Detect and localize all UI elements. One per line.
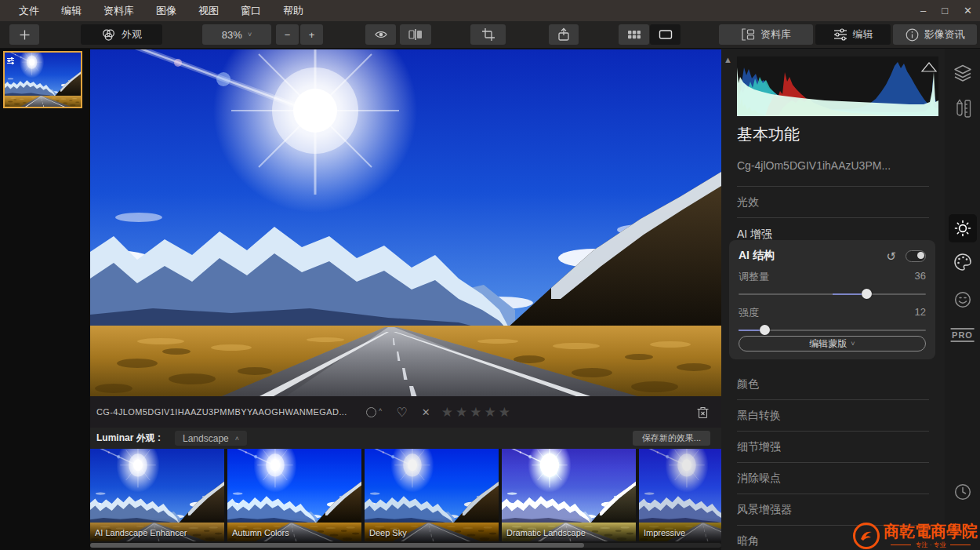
slider-knob[interactable] [760,325,770,335]
sun-icon [954,220,971,237]
star-icon[interactable]: ★ [484,406,495,419]
star-icon[interactable]: ★ [470,406,481,419]
undo-icon[interactable]: ↺ [886,250,896,262]
clear-rating-icon[interactable]: ✕ [422,406,430,418]
ai-structure-toggle[interactable] [906,250,926,262]
menu-file[interactable]: 文件 [8,0,50,21]
filmstrip-thumbnail-selected[interactable] [3,51,82,108]
edit-mask-button[interactable]: 编辑蒙版 ˅ [739,336,926,351]
zoom-level-select[interactable]: 83% ˅ [202,24,271,45]
panel-header-list: 基本功能 Cg-4jlOm5DGIV1ihAAzU3PM... 光效 AI 增强 [737,124,929,250]
quick-preview-button[interactable] [365,24,396,45]
info-tab-button[interactable]: 影像资讯 [893,24,977,45]
color-label-control[interactable]: ˄ [366,407,383,417]
amount-slider[interactable] [739,289,926,299]
mountain-road-photo [90,49,721,396]
ai-structure-header: AI 结构 ↺ [729,240,935,263]
collapse-panel-icon[interactable]: ▲ [724,55,732,64]
looks-category-value: Landscape [183,433,229,444]
pro-tab[interactable]: PRO [950,328,975,342]
star-icon[interactable]: ★ [441,406,453,419]
decorative-line [891,545,911,545]
looks-panel-button[interactable]: 外观 [81,24,162,45]
histogram-graph [737,56,938,116]
info-icon [906,28,919,42]
histogram[interactable] [737,56,938,116]
window-controls: – □ ✕ [920,0,972,21]
preset-label: Dramatic Landscape [506,528,586,537]
preset-filmstrip: AI Landscape Enhancer Autumn Colors Deep… [90,449,721,541]
minus-icon: − [285,29,291,41]
add-image-button[interactable] [9,24,39,45]
essentials-tab-active[interactable] [949,214,977,242]
tool-rail: PRO [945,49,980,550]
preset-label: Deep Sky [369,528,407,537]
image-info-bar: CG-4JLOM5DGIV1IHAAZU3PMMBYYAAOGHWANMEGAD… [90,396,721,428]
preset-deep-sky[interactable]: Deep Sky [365,449,499,541]
section-detail-enhance[interactable]: 细节增强 [737,432,929,463]
looks-category-dropdown[interactable]: Landscape ˄ [175,431,247,446]
ai-structure-card: AI 结构 ↺ 调整量 36 强度 12 [729,240,935,359]
edit-tools-icon[interactable] [954,99,971,122]
share-export-button[interactable] [549,24,579,45]
library-icon [741,27,755,42]
layers-icon[interactable] [953,64,972,86]
chevron-up-icon: ˄ [235,435,239,443]
crop-icon [481,27,495,42]
preset-scrollbar-track[interactable] [90,543,721,548]
edit-mask-label: 编辑蒙版 [809,337,847,351]
compare-split-icon [408,28,423,41]
filmstrip-sidebar [0,49,90,550]
grid-view-button[interactable] [619,24,649,45]
creative-palette-icon[interactable] [953,253,972,275]
boost-slider[interactable] [739,325,926,335]
preset-scrollbar-thumb[interactable] [90,543,584,548]
ai-structure-title: AI 结构 [739,249,886,263]
menu-view[interactable]: 视图 [187,0,230,21]
panel-title: 基本功能 [737,124,929,145]
crop-button[interactable] [470,24,506,45]
clipping-triangle-icon[interactable] [922,63,936,71]
menu-edit[interactable]: 编辑 [50,0,93,21]
chevron-down-icon: ˅ [248,31,252,38]
looks-bar: Luminar 外观 : Landscape ˄ 保存新的效果... [90,428,721,449]
section-color[interactable]: 颜色 [737,369,929,400]
maximize-button[interactable]: □ [942,0,948,21]
menu-window[interactable]: 窗口 [230,0,272,21]
preset-ai-landscape-enhancer[interactable]: AI Landscape Enhancer [90,449,224,541]
portrait-smiley-icon[interactable] [953,290,972,312]
single-view-button[interactable] [650,24,681,45]
section-light-effects[interactable]: 光效 [737,187,929,218]
looks-venn-icon [101,28,116,42]
menu-image[interactable]: 图像 [145,0,187,21]
trash-icon[interactable] [697,406,709,422]
plus-icon: + [309,29,315,41]
section-denoise[interactable]: 消除噪点 [737,463,929,494]
star-icon[interactable]: ★ [499,406,510,419]
preset-dramatic-landscape[interactable]: Dramatic Landscape [502,449,636,541]
close-button[interactable]: ✕ [964,0,972,21]
history-clock-icon[interactable] [953,483,972,504]
favorite-heart-icon[interactable]: ♡ [396,405,407,420]
zoom-in-button[interactable]: + [300,24,323,45]
amount-label: 调整量 [739,270,769,284]
color-label-circle-icon [366,407,376,417]
save-new-look-button[interactable]: 保存新的效果... [633,431,710,446]
info-tab-label: 影像资讯 [924,27,965,42]
section-landscape-enhancer[interactable]: 风景增强器 [737,494,929,526]
library-tab-button[interactable]: 资料库 [719,24,813,45]
compare-before-after-button[interactable] [400,24,431,45]
edit-tab-button[interactable]: 编辑 [815,24,891,45]
preset-impressive[interactable]: Impressive [639,449,721,541]
slider-knob[interactable] [862,289,872,299]
preset-autumn-colors[interactable]: Autumn Colors [227,449,361,541]
minimize-button[interactable]: – [920,0,926,21]
star-icon[interactable]: ★ [456,406,467,419]
zoom-out-button[interactable]: − [276,24,299,45]
menu-help[interactable]: 帮助 [272,0,314,21]
boost-value: 12 [915,306,926,320]
menu-library[interactable]: 资料库 [93,0,145,21]
star-rating: ★ ★ ★ ★ ★ [441,406,510,419]
amount-value: 36 [915,270,926,284]
section-bw-conversion[interactable]: 黑白转换 [737,400,929,432]
